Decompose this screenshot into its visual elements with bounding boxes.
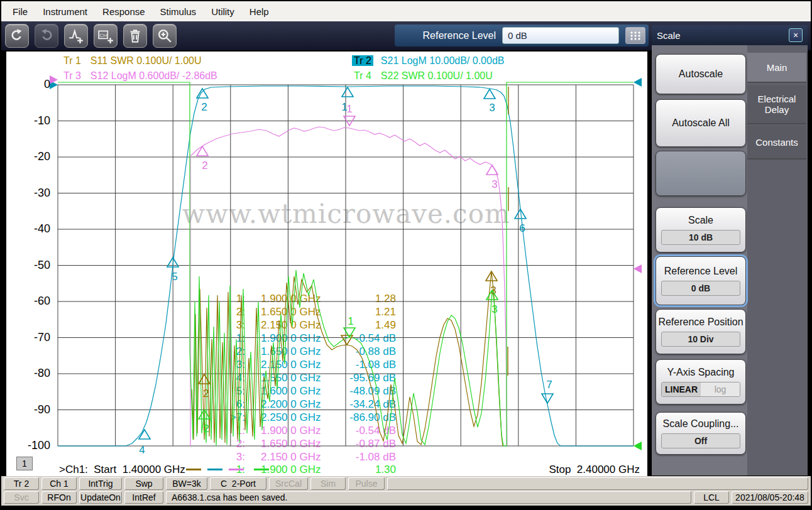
add-channel-icon: CH xyxy=(97,28,114,44)
marker-readout-row: 1:1.900 0 GHz1.28 xyxy=(189,293,396,306)
softkey-scale-coupling[interactable]: Scale Coupling...Off xyxy=(656,412,746,455)
trace-id: Tr 1 xyxy=(62,55,83,66)
status-ch-1[interactable]: Ch 1 xyxy=(41,477,77,490)
marker-frequency: 1.900 0 GHz xyxy=(261,425,339,438)
menu-stimulus[interactable]: Stimulus xyxy=(153,3,204,20)
menu-bar: FileInstrumentResponseStimulusUtilityHel… xyxy=(1,1,811,21)
sweep-stop-label: Stop 2.40000 GHz xyxy=(520,464,640,476)
trace-label-tr2[interactable]: Tr 2S21 LogM 10.00dB/ 0.00dB xyxy=(352,55,504,67)
menu-help[interactable]: Help xyxy=(242,3,277,20)
reference-level-input[interactable] xyxy=(502,27,619,44)
marker-frequency: 2.200 0 GHz xyxy=(261,398,339,411)
marker-value: -1.08 dB xyxy=(339,359,396,372)
trace-legend-dash xyxy=(186,469,201,470)
status-message: A6638.1.csa has been saved. xyxy=(166,491,691,504)
trace-definition: S12 LogM 0.600dB/ -2.86dB xyxy=(91,70,217,81)
softkey-reference-position[interactable]: Reference Position10 Div xyxy=(656,309,746,354)
add-channel-button[interactable]: CH xyxy=(94,24,118,48)
softkey-reference-level[interactable]: Reference Level0 dB xyxy=(656,256,746,305)
marker-number: 5: xyxy=(189,385,245,398)
marker-readout-row: 2:1.650 0 GHz1.21 xyxy=(189,306,396,319)
marker-value: -0.87 dB xyxy=(339,438,396,451)
softkey-value: Off xyxy=(661,433,740,448)
marker-number: 1: xyxy=(189,293,245,306)
toggle-on-option[interactable]: LINEAR xyxy=(662,382,701,396)
status-bw-3k[interactable]: BW=3k xyxy=(166,477,207,490)
marker-number: 1: xyxy=(189,332,245,345)
marker-frequency: 1.650 0 GHz xyxy=(261,306,339,319)
marker-readout-row: 5:1.600 0 GHz-48.09 dB xyxy=(189,385,396,398)
marker-frequency: 1.600 0 GHz xyxy=(261,385,339,398)
softkey-toggle[interactable]: LINEARlog xyxy=(661,382,740,397)
trace-label-tr4[interactable]: Tr 4S22 SWR 0.100U/ 1.00U xyxy=(352,70,493,82)
y-tick--10: -10 xyxy=(11,114,50,127)
tab-constants[interactable]: Constants xyxy=(747,126,806,160)
marker-frequency: 1.650 0 GHz xyxy=(261,345,339,359)
softkey-scale[interactable]: Scale10 dB xyxy=(656,207,746,252)
status-lcl[interactable]: LCL xyxy=(694,491,729,504)
y-tick--70: -70 xyxy=(11,331,50,344)
y-tick-0: 0 xyxy=(11,78,50,91)
marker-frequency: 1.900 0 GHz xyxy=(261,293,339,306)
menu-response[interactable]: Response xyxy=(95,3,153,20)
status-bar: Tr 2Ch 1IntTrigSwpBW=3kC 2-PortSrcCalSim… xyxy=(1,476,811,506)
toggle-off-option[interactable]: log xyxy=(701,382,740,396)
add-trace-button[interactable] xyxy=(64,24,88,48)
softkey-autoscale-all[interactable]: Autoscale All xyxy=(656,99,746,147)
keypad-button[interactable] xyxy=(625,27,645,44)
zoom-button[interactable] xyxy=(153,24,177,48)
trace-legend-dash xyxy=(207,469,222,470)
undo-button[interactable] xyxy=(5,24,29,48)
marker-number: 2: xyxy=(189,438,245,451)
delete-icon xyxy=(127,28,143,44)
softkey-label: Autoscale xyxy=(679,68,723,80)
marker-number: 4: xyxy=(189,372,245,385)
marker-readout-row: 3:2.150 0 GHz-1.08 dB xyxy=(189,451,396,464)
status-srccal: SrcCal xyxy=(269,477,308,490)
softkey-y-axis-spacing[interactable]: Y-Axis SpacingLINEARlog xyxy=(656,359,746,404)
trace-legend-dash xyxy=(254,469,269,470)
marker-number: 2: xyxy=(189,306,245,319)
panel-body: AutoscaleAutoscale AllScale10 dBReferenc… xyxy=(652,45,808,475)
status-rfon[interactable]: RFOn xyxy=(41,491,77,504)
marker-frequency: 1.900 0 GHz xyxy=(261,464,339,477)
marker-value: -48.09 dB xyxy=(339,385,396,398)
marker-number: 6: xyxy=(189,398,245,411)
panel-title: Scale xyxy=(657,30,681,41)
softkey-value: 10 dB xyxy=(661,230,740,245)
softkey-value: 10 Div xyxy=(661,332,740,347)
status-tr-2[interactable]: Tr 2 xyxy=(4,477,39,490)
menu-instrument[interactable]: Instrument xyxy=(35,3,95,20)
panel-header: Scale × xyxy=(652,25,808,45)
marker-value: 1.30 xyxy=(339,464,396,477)
marker-value: -1.08 dB xyxy=(339,451,396,464)
channel-number-badge[interactable]: 1 xyxy=(16,457,33,470)
menu-utility[interactable]: Utility xyxy=(204,3,242,20)
delete-button[interactable] xyxy=(123,24,147,48)
status-intref[interactable]: IntRef xyxy=(124,491,163,504)
y-tick--50: -50 xyxy=(11,259,50,272)
softkey-label: Y-Axis Spacing xyxy=(667,367,734,378)
status-2021-08-05-20-48[interactable]: 2021/08/05-20:48 xyxy=(732,491,808,504)
redo-icon xyxy=(38,28,55,44)
toolbar-buttons: CH xyxy=(5,24,177,48)
tab-electrical-delay[interactable]: Electrical Delay xyxy=(747,85,806,124)
marker-number: >7: xyxy=(189,411,245,425)
y-tick--30: -30 xyxy=(11,187,50,200)
tab-main[interactable]: Main xyxy=(747,53,806,83)
marker-value: -95.69 dB xyxy=(339,372,396,385)
softkey-autoscale[interactable]: Autoscale xyxy=(656,54,746,94)
menu-file[interactable]: File xyxy=(5,3,35,20)
trace-label-tr3[interactable]: Tr 3S12 LogM 0.600dB/ -2.86dB xyxy=(62,70,217,82)
marker-value: -0.88 dB xyxy=(339,345,396,359)
marker-number: 3: xyxy=(189,319,245,332)
trace-label-tr1[interactable]: Tr 1S11 SWR 0.100U/ 1.00U xyxy=(62,55,202,67)
status-swp[interactable]: Swp xyxy=(124,477,163,490)
status-updateon[interactable]: UpdateOn xyxy=(79,491,122,504)
softkey-label: Scale Coupling... xyxy=(663,418,739,430)
close-icon[interactable]: × xyxy=(789,28,803,42)
y-tick--60: -60 xyxy=(11,295,50,308)
status-c-2-port[interactable]: C 2-Port xyxy=(210,477,266,490)
reference-level-label: Reference Level xyxy=(422,30,496,41)
status-inttrig[interactable]: IntTrig xyxy=(79,477,122,490)
